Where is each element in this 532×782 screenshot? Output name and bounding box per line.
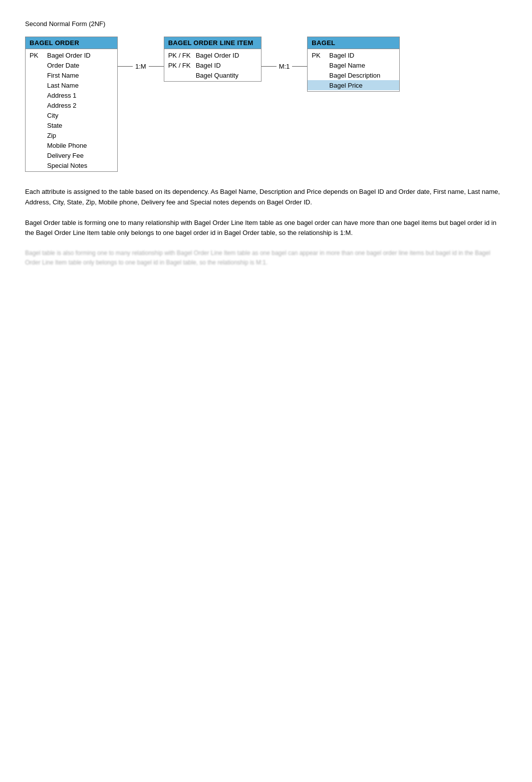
bagel-order-line-item-table: BAGEL ORDER LINE ITEM PK / FK Bagel Orde… [164,37,261,82]
table-row: Delivery Fee [26,150,117,160]
table-row: Bagel Name [308,60,399,70]
field-name: Bagel Quantity [196,72,238,79]
table-row: PK Bagel Order ID [26,50,117,60]
field-name: Special Notes [47,162,87,169]
table-row: PK / FK Bagel ID [164,60,261,70]
bagel-order-body: PK Bagel Order ID Order Date First Name … [26,49,117,171]
paragraph-1: Each attribute is assigned to the table … [25,187,507,208]
table-row: Mobile Phone [26,140,117,150]
field-name: Bagel ID [196,62,221,69]
bagel-order-table: BAGEL ORDER PK Bagel Order ID Order Date… [25,37,118,172]
connector-line-left2 [261,66,277,67]
table-row: Address 2 [26,100,117,110]
pk-label: PK [30,52,47,59]
field-name: Address 2 [47,102,77,109]
bagel-order-line-item-body: PK / FK Bagel Order ID PK / FK Bagel ID … [164,49,261,81]
table-row: PK / FK Bagel Order ID [164,50,261,60]
table-row: Bagel Quantity [164,70,261,80]
bagel-order-header: BAGEL ORDER [26,37,117,49]
right-connector: M:1 [261,63,308,70]
field-name: Bagel Description [329,72,380,79]
table-row: Bagel Description [308,70,399,80]
paragraph-2: Bagel Order table is forming one to many… [25,218,507,239]
pk-fk-label: PK / FK [168,52,196,59]
field-name: Bagel Order ID [196,52,239,59]
table-row: Address 1 [26,90,117,100]
field-name: Bagel ID [329,52,354,59]
field-name: City [47,112,58,119]
bagel-header: BAGEL [308,37,399,49]
field-name: Zip [47,132,56,139]
table-row: Last Name [26,80,117,90]
connector-line-right2 [292,66,307,67]
right-ratio-label: M:1 [277,63,293,70]
pk-label: PK [312,52,329,59]
bagel-body: PK Bagel ID Bagel Name Bagel Description… [308,49,399,91]
bagel-table: BAGEL PK Bagel ID Bagel Name Bagel Descr… [307,37,400,92]
field-name: Bagel Price [329,82,362,89]
connector-line-right [149,66,164,67]
field-name: Last Name [47,82,79,89]
field-name: Mobile Phone [47,142,87,149]
page-title: Second Normal Form (2NF) [25,20,507,28]
table-row: Order Date [26,60,117,70]
field-name: First Name [47,72,79,79]
table-row-highlighted: Bagel Price [308,80,399,90]
field-name: Bagel Order ID [47,52,91,59]
field-name: Delivery Fee [47,152,84,159]
diagram-area: BAGEL ORDER PK Bagel Order ID Order Date… [25,37,507,172]
table-row: City [26,110,117,120]
left-ratio-label: 1:M [133,63,149,70]
pk-fk-label: PK / FK [168,62,196,69]
field-name: Address 1 [47,92,77,99]
field-name: Order Date [47,62,79,69]
left-connector: 1:M [118,63,164,70]
connector-line-left [118,66,133,67]
table-row: First Name [26,70,117,80]
paragraph-3-blurred: Bagel table is also forming one to many … [25,248,507,268]
table-row: State [26,120,117,130]
field-name: Bagel Name [329,62,365,69]
table-row: Special Notes [26,160,117,170]
field-name: State [47,122,62,129]
table-row: Zip [26,130,117,140]
bagel-order-line-item-header: BAGEL ORDER LINE ITEM [164,37,261,49]
table-row: PK Bagel ID [308,50,399,60]
